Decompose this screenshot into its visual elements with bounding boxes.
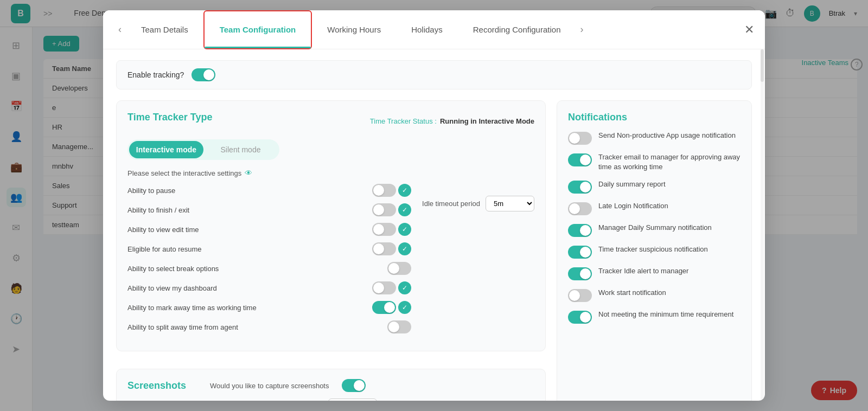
notif-label: Time tracker suspicious notification <box>598 245 741 254</box>
break-toggle[interactable] <box>387 262 411 275</box>
notif-item: Not meeting the minimum time requirement <box>568 310 741 324</box>
mark-away-toggle[interactable] <box>372 301 396 314</box>
settings-grid: Ability to pause ✓ <box>127 184 534 340</box>
notif-toggle-6[interactable] <box>568 246 592 259</box>
setting-label: Ability to pause <box>127 187 372 195</box>
notif-label: Send Non-productive App usage notificati… <box>598 131 741 140</box>
notif-toggle-4[interactable] <box>568 202 592 215</box>
interactive-mode-button[interactable]: Interactive mode <box>129 141 203 158</box>
enable-tracking-label: Enable tracking? <box>127 70 184 79</box>
setting-label: Ability to view edit time <box>127 226 372 234</box>
notif-label: Manager Daily Summary notification <box>598 223 741 233</box>
dashboard-toggle[interactable] <box>372 281 396 294</box>
tab-team-configuration[interactable]: Team Configuration <box>203 10 312 49</box>
split-away-toggle[interactable] <box>387 320 411 333</box>
idle-timeout-area: Idle timeout period 5m 1m 2m 10m 15m 30m <box>422 184 534 340</box>
notif-label: Work start notification <box>598 288 741 298</box>
auto-resume-toggle[interactable] <box>372 242 396 255</box>
time-tracker-section: Time Tracker Type Time Tracker Status : … <box>116 100 546 351</box>
notif-toggle-5[interactable] <box>568 224 592 237</box>
screenshots-title: Screenshots <box>127 380 186 391</box>
modal: ‹ Team Details Team Configuration Workin… <box>103 10 765 401</box>
idle-timeout-select[interactable]: 5m 1m 2m 10m 15m 30m <box>486 196 534 211</box>
modal-tabs: ‹ Team Details Team Configuration Workin… <box>103 10 765 49</box>
settings-col-left: Ability to pause ✓ <box>127 184 411 340</box>
notifications-title: Notifications <box>568 112 741 123</box>
notif-label: Late Login Notification <box>598 201 741 211</box>
notif-toggle-7[interactable] <box>568 267 592 280</box>
tracker-status-row: Time Tracker Type Time Tracker Status : … <box>127 112 534 131</box>
idle-row: Idle timeout period 5m 1m 2m 10m 15m 30m <box>422 196 534 211</box>
silent-mode-button[interactable]: Silent mode <box>203 141 278 158</box>
setting-split-away-time: Ability to split away time from agent <box>127 320 411 333</box>
notif-toggle-3[interactable] <box>568 181 592 194</box>
freq-select[interactable]: 10m 5m 15m 30m <box>328 399 377 401</box>
setting-mark-away-time: Ability to mark away time as working tim… <box>127 301 411 314</box>
tracker-status-label: Time Tracker Status : <box>370 117 437 125</box>
screenshots-row: Screenshots Would you like to capture sc… <box>127 379 534 392</box>
notif-item: Daily summary report <box>568 179 741 194</box>
tracker-status-value: Running in Interactive Mode <box>440 117 534 125</box>
notif-item: Tracker email to manager for approving a… <box>568 152 741 172</box>
notif-item: Time tracker suspicious notification <box>568 245 741 259</box>
notif-toggle-1[interactable] <box>568 132 592 145</box>
notif-item: Work start notification <box>568 288 741 302</box>
setting-auto-resume: Eligible for auto resume ✓ <box>127 242 411 255</box>
view-edit-check: ✓ <box>398 223 411 236</box>
notifications-section: Notifications Send Non-productive App us… <box>557 100 752 401</box>
notif-label: Not meeting the minimum time requirement <box>598 310 741 319</box>
scrollbar-thumb[interactable] <box>761 49 764 82</box>
notif-label: Daily summary report <box>598 179 741 189</box>
screenshots-toggle[interactable] <box>342 379 366 392</box>
modal-prev-button[interactable]: ‹ <box>114 22 126 37</box>
setting-break-options: Ability to select break options <box>127 262 411 275</box>
time-tracker-title: Time Tracker Type <box>127 112 212 123</box>
notif-toggle-8[interactable] <box>568 289 592 302</box>
tab-holidays[interactable]: Holidays <box>396 10 458 49</box>
enable-tracking-toggle[interactable] <box>192 68 215 81</box>
setting-label: Ability to finish / exit <box>127 206 372 214</box>
setting-label: Ability to mark away time as working tim… <box>127 304 372 312</box>
screenshots-section: Screenshots Would you like to capture sc… <box>116 369 546 401</box>
setting-label: Eligible for auto resume <box>127 245 372 253</box>
setting-ability-finish: Ability to finish / exit ✓ <box>127 203 411 216</box>
settings-hint: Please select the interactive settings 👁 <box>127 169 534 177</box>
tab-recording-configuration[interactable]: Recording Configuration <box>458 10 576 49</box>
finish-toggle[interactable] <box>372 203 396 216</box>
setting-view-edit-time: Ability to view edit time ✓ <box>127 223 411 236</box>
config-columns: Time Tracker Type Time Tracker Status : … <box>116 100 752 401</box>
setting-label: Ability to select break options <box>127 265 387 273</box>
eye-icon: 👁 <box>245 169 252 177</box>
notif-item: Send Non-productive App usage notificati… <box>568 131 741 145</box>
screenshots-capture-label: Would you like to capture screenshots <box>210 382 329 390</box>
enable-tracking-row: Enable tracking? <box>116 60 752 89</box>
modal-body: Enable tracking? Time Tracker Type Time … <box>103 49 765 401</box>
modal-overlay: ‹ Team Details Team Configuration Workin… <box>0 0 868 411</box>
notif-item: Manager Daily Summary notification <box>568 223 741 237</box>
scrollbar-track <box>761 49 764 401</box>
setting-ability-pause: Ability to pause ✓ <box>127 184 411 197</box>
notif-label: Tracker Idle alert to manager <box>598 266 741 276</box>
mode-toggle: Interactive mode Silent mode <box>127 139 279 160</box>
view-edit-toggle[interactable] <box>372 223 396 236</box>
notif-label: Tracker email to manager for approving a… <box>598 152 741 172</box>
tab-team-details[interactable]: Team Details <box>126 10 203 49</box>
auto-resume-check: ✓ <box>398 242 411 255</box>
mark-away-check: ✓ <box>398 301 411 314</box>
freq-row: What is the screenshot frequency 1 scree… <box>127 399 534 401</box>
pause-toggle[interactable] <box>372 184 396 197</box>
setting-view-dashboard: Ability to view my dashboard ✓ <box>127 281 411 294</box>
tab-working-hours[interactable]: Working Hours <box>312 10 396 49</box>
hint-text: Please select the interactive settings <box>127 169 241 177</box>
notif-item: Late Login Notification <box>568 201 741 215</box>
notif-toggle-9[interactable] <box>568 311 592 324</box>
idle-label: Idle timeout period <box>422 200 480 208</box>
setting-label: Ability to view my dashboard <box>127 284 372 292</box>
finish-check: ✓ <box>398 203 411 216</box>
pause-check: ✓ <box>398 184 411 197</box>
notif-toggle-2[interactable] <box>568 153 592 166</box>
notif-item: Tracker Idle alert to manager <box>568 266 741 280</box>
dashboard-check: ✓ <box>398 281 411 294</box>
modal-next-button[interactable]: › <box>576 22 588 37</box>
close-button[interactable]: ✕ <box>744 23 754 37</box>
